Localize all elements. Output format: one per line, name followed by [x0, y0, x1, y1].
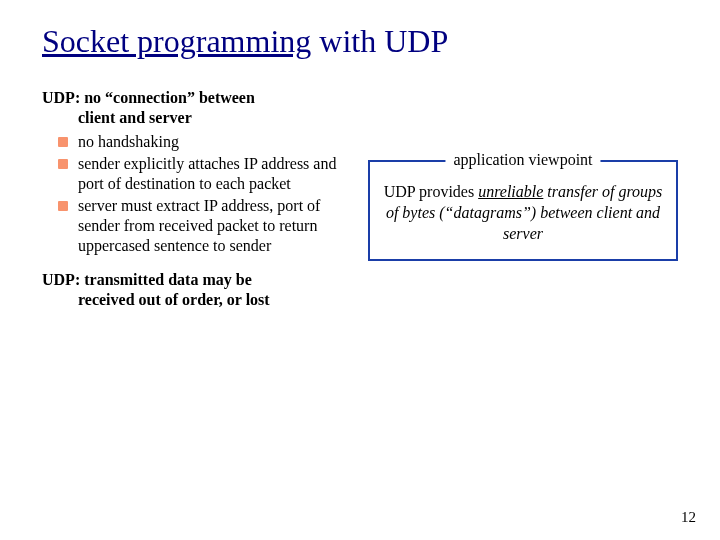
viewpoint-pre: UDP provides: [384, 183, 479, 200]
page-number: 12: [681, 509, 696, 526]
viewpoint-box: application viewpoint UDP provides unrel…: [368, 160, 678, 260]
viewpoint-legend: application viewpoint: [445, 150, 600, 171]
heading-1-line1: UDP: no “connection” between: [42, 89, 255, 106]
viewpoint-text: UDP provides unreliable transfer of grou…: [384, 183, 663, 242]
slide: Socket programming with UDP UDP: no “con…: [0, 0, 720, 540]
list-item: sender explicitly attaches IP address an…: [60, 154, 342, 194]
list-item: server must extract IP address, port of …: [60, 196, 342, 256]
heading-1: UDP: no “connection” between client and …: [42, 88, 342, 128]
heading-2-line1: UDP: transmitted data may be: [42, 271, 252, 288]
content-columns: UDP: no “connection” between client and …: [42, 88, 678, 314]
viewpoint-mid: unreliable: [478, 183, 543, 200]
heading-2-line2: received out of order, or lost: [42, 290, 342, 310]
slide-title: Socket programming with UDP: [42, 22, 678, 60]
title-underlined: Socket programming: [42, 23, 311, 59]
title-rest: with UDP: [311, 23, 448, 59]
heading-1-line2: client and server: [42, 108, 342, 128]
left-column: UDP: no “connection” between client and …: [42, 88, 342, 314]
heading-2: UDP: transmitted data may be received ou…: [42, 270, 342, 310]
right-column: application viewpoint UDP provides unrel…: [368, 88, 678, 314]
list-item: no handshaking: [60, 132, 342, 152]
bullet-list: no handshaking sender explicitly attache…: [42, 132, 342, 256]
